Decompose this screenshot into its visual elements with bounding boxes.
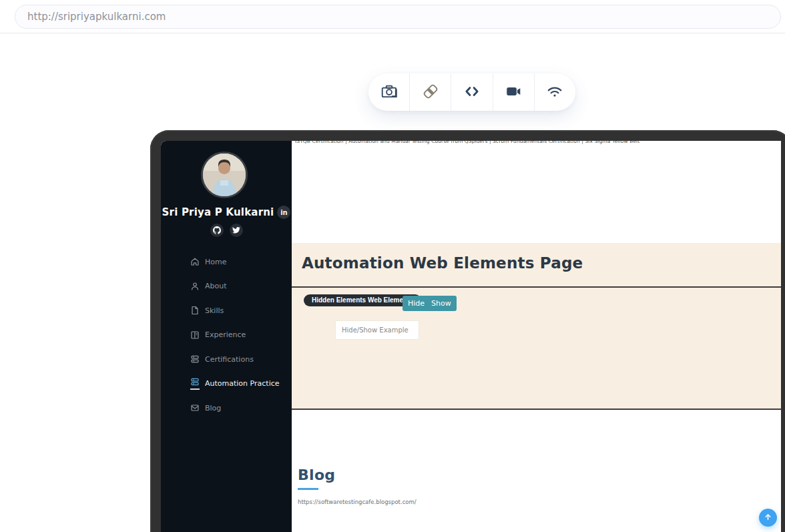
twitter-icon[interactable] <box>230 224 243 237</box>
automation-section: Automation Web Elements Page Hidden Elem… <box>292 243 781 410</box>
video-icon <box>505 83 522 102</box>
header-note-clip: ISTQB Certification | Automation and Man… <box>292 141 781 148</box>
record-button[interactable] <box>493 73 535 111</box>
nav-item-skills[interactable]: Skills <box>161 298 292 323</box>
arrow-up-icon <box>764 513 772 523</box>
profile-name-row: Sri Priya P Kulkarni in <box>161 206 292 219</box>
nav-item-home[interactable]: Home <box>161 250 292 274</box>
blog-heading-underline <box>298 488 318 490</box>
network-button[interactable] <box>535 73 575 111</box>
avatar <box>201 152 248 198</box>
devtools-button[interactable] <box>451 73 493 111</box>
sidebar-nav: Home About <box>161 250 292 421</box>
nav-item-automation-practice[interactable]: Automation Practice <box>161 372 292 396</box>
url-input[interactable] <box>15 5 781 29</box>
automation-heading-row: Automation Web Elements Page <box>292 243 781 288</box>
journal-icon <box>190 330 200 340</box>
linkedin-icon[interactable]: in <box>277 206 290 219</box>
nav-item-experience[interactable]: Experience <box>161 323 292 348</box>
nav-label: Automation Practice <box>205 379 280 388</box>
code-icon <box>463 83 481 102</box>
blog-section: Blog https://softwaretestingcafe.blogspo… <box>298 467 417 505</box>
device-frame: Sri Priya P Kulkarni in <box>150 130 785 532</box>
rotate-disabled-icon <box>422 83 439 102</box>
profile-name: Sri Priya P Kulkarni <box>162 206 274 218</box>
rotate-button[interactable] <box>410 73 451 111</box>
user-icon <box>190 282 200 291</box>
header-note: ISTQB Certification | Automation and Man… <box>295 141 639 144</box>
nav-item-certifications[interactable]: Certifications <box>161 347 292 372</box>
server-icon <box>190 354 200 364</box>
nav-label: Certifications <box>205 355 254 364</box>
scroll-to-top-button[interactable] <box>759 509 777 527</box>
nav-label: Home <box>205 258 226 266</box>
file-icon <box>190 306 200 315</box>
blog-link[interactable]: https://softwaretestingcafe.blogspot.com… <box>298 499 417 505</box>
hide-show-input[interactable] <box>335 320 419 340</box>
nav-label: Blog <box>205 404 221 413</box>
home-icon <box>190 257 200 266</box>
wifi-icon <box>546 83 563 102</box>
nav-item-blog[interactable]: Blog <box>161 396 292 421</box>
page-title: Automation Web Elements Page <box>302 254 781 272</box>
mail-icon <box>190 403 200 413</box>
nav-item-about[interactable]: About <box>161 274 292 299</box>
camera-icon <box>380 83 398 102</box>
nav-label: Skills <box>205 306 224 315</box>
site-sidebar: Sri Priya P Kulkarni in <box>161 141 292 532</box>
server-icon-active <box>190 377 200 390</box>
blog-heading: Blog <box>298 467 417 483</box>
github-icon[interactable] <box>210 224 224 237</box>
social-links <box>161 224 292 237</box>
show-button[interactable]: Show <box>426 296 457 311</box>
browser-topbar <box>0 0 785 33</box>
website-viewport: Sri Priya P Kulkarni in <box>161 141 781 532</box>
screenshot-button[interactable] <box>368 73 410 111</box>
nav-label: Experience <box>205 330 246 339</box>
device-toolbar <box>368 73 575 111</box>
nav-label: About <box>205 282 227 290</box>
site-content: ISTQB Certification | Automation and Man… <box>292 141 781 532</box>
